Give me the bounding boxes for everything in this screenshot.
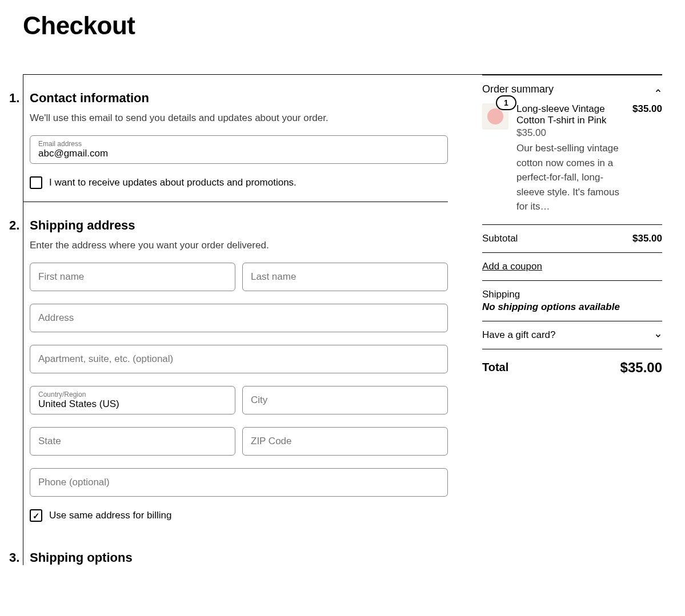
shipping-row: Shipping No shipping options available — [482, 280, 662, 321]
apartment-field[interactable] — [30, 345, 448, 373]
step-2-number: 2. — [6, 218, 23, 528]
first-name-input[interactable] — [38, 271, 227, 283]
phone-input[interactable] — [38, 477, 439, 488]
order-summary-label: Order summary — [482, 83, 554, 95]
phone-field[interactable] — [30, 468, 448, 497]
item-description: Our best-selling vintage cotton now come… — [516, 141, 624, 214]
shipping-label: Shipping — [482, 289, 662, 300]
country-label: Country/Region — [38, 390, 227, 398]
step-2-title: Shipping address — [30, 218, 448, 233]
step-3-title: Shipping options — [30, 550, 448, 565]
same-billing-checkbox[interactable] — [30, 509, 42, 522]
gift-card-label: Have a gift card? — [482, 329, 556, 341]
item-line-price: $35.00 — [632, 103, 662, 214]
city-input[interactable] — [251, 394, 439, 406]
last-name-input[interactable] — [251, 271, 439, 283]
country-field[interactable]: Country/Region United States (US) — [30, 386, 235, 414]
quantity-badge: 1 — [496, 95, 516, 110]
updates-checkbox[interactable] — [30, 176, 42, 189]
subtotal-label: Subtotal — [482, 233, 518, 244]
email-field-wrapper[interactable]: Email address — [30, 135, 448, 164]
step-3-number: 3. — [6, 550, 23, 565]
state-input[interactable] — [38, 436, 227, 447]
subtotal-value: $35.00 — [632, 233, 662, 244]
last-name-field[interactable] — [242, 263, 448, 291]
gift-card-toggle[interactable]: Have a gift card? — [482, 321, 662, 349]
add-coupon-link[interactable]: Add a coupon — [482, 261, 542, 272]
same-billing-label: Use same address for billing — [49, 510, 171, 521]
email-input[interactable] — [38, 148, 439, 159]
total-row: Total $35.00 — [482, 349, 662, 386]
subtotal-row: Subtotal $35.00 — [482, 224, 662, 252]
email-label: Email address — [38, 140, 439, 148]
order-item: 1 Long-sleeve Vintage Cotton T-shirt in … — [482, 103, 662, 214]
first-name-field[interactable] — [30, 263, 235, 291]
chevron-up-icon — [654, 86, 662, 94]
address-input[interactable] — [38, 312, 439, 324]
address-field[interactable] — [30, 304, 448, 332]
step-1-title: Contact information — [30, 91, 448, 106]
page-title: Checkout — [0, 11, 685, 40]
zip-field[interactable] — [242, 427, 448, 456]
country-value: United States (US) — [38, 398, 227, 410]
total-value: $35.00 — [620, 360, 662, 376]
total-label: Total — [482, 361, 508, 374]
step-2-description: Enter the address where you want your or… — [30, 240, 448, 251]
updates-checkbox-label: I want to receive updates about products… — [49, 177, 297, 188]
shipping-note: No shipping options available — [482, 301, 662, 313]
city-field[interactable] — [242, 386, 448, 414]
apartment-input[interactable] — [38, 353, 439, 365]
zip-input[interactable] — [251, 436, 439, 447]
chevron-down-icon — [654, 331, 662, 339]
step-1-description: We'll use this email to send you details… — [30, 112, 448, 124]
item-name: Long-sleeve Vintage Cotton T-shirt in Pi… — [516, 103, 624, 126]
step-1-number: 1. — [6, 91, 23, 195]
item-unit-price: $35.00 — [516, 127, 624, 139]
state-field[interactable] — [30, 427, 235, 456]
